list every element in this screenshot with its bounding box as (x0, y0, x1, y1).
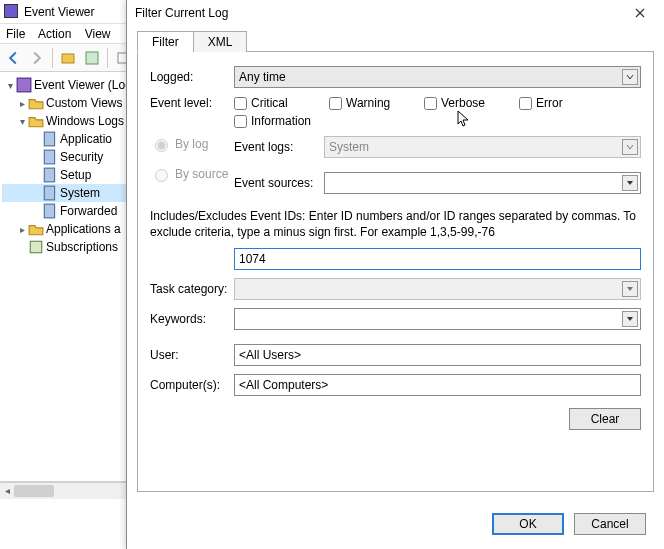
tree-root-label: Event Viewer (Loc (34, 78, 131, 92)
svg-rect-5 (44, 150, 54, 164)
log-icon (42, 131, 58, 147)
dialog-buttons: OK Cancel (492, 513, 646, 535)
event-ids-input[interactable] (234, 248, 641, 270)
tree-label: System (60, 186, 100, 200)
folder-icon (28, 95, 44, 111)
error-checkbox[interactable] (519, 97, 532, 110)
chevron-right-icon[interactable]: ▸ (16, 224, 28, 235)
scroll-left-icon[interactable]: ◂ (0, 483, 14, 499)
svg-rect-9 (30, 241, 41, 252)
verbose-checkbox[interactable] (424, 97, 437, 110)
app-icon (4, 4, 18, 18)
app-title-text: Event Viewer (24, 5, 94, 19)
keywords-combo[interactable] (234, 308, 641, 330)
keywords-label: Keywords: (150, 312, 234, 326)
event-level-label: Event level: (150, 96, 234, 110)
log-icon (42, 203, 58, 219)
svg-rect-1 (86, 52, 98, 64)
scroll-thumb[interactable] (14, 485, 54, 497)
tree-label: Security (60, 150, 103, 164)
event-sources-label: Event sources: (234, 176, 324, 190)
tree-label: Applications a (46, 222, 121, 236)
forward-button[interactable] (26, 47, 48, 69)
check-critical[interactable]: Critical (234, 96, 329, 110)
log-icon (42, 149, 58, 165)
svg-rect-6 (44, 168, 54, 182)
event-logs-label: Event logs: (234, 140, 324, 154)
svg-rect-0 (62, 54, 74, 63)
subscriptions-icon (28, 239, 44, 255)
logged-value: Any time (239, 70, 286, 84)
source-radios: By log By source (150, 136, 234, 182)
logged-combo[interactable]: Any time (234, 66, 641, 88)
check-information[interactable]: Information (234, 114, 354, 128)
chevron-down-icon (622, 281, 638, 297)
event-logs-combo: System (324, 136, 641, 158)
tree-label: Setup (60, 168, 91, 182)
log-icon (42, 167, 58, 183)
folder-icon (28, 221, 44, 237)
cancel-button[interactable]: Cancel (574, 513, 646, 535)
tree-label: Custom Views (46, 96, 122, 110)
chevron-down-icon[interactable]: ▾ (4, 80, 16, 91)
radio-by-log: By log (150, 136, 234, 152)
toolbar-btn-2[interactable] (81, 47, 103, 69)
menu-file[interactable]: File (6, 27, 25, 41)
chevron-down-icon (622, 175, 638, 191)
check-warning[interactable]: Warning (329, 96, 424, 110)
svg-rect-3 (17, 78, 31, 92)
check-verbose[interactable]: Verbose (424, 96, 519, 110)
chevron-down-icon (622, 139, 638, 155)
task-category-label: Task category: (150, 282, 234, 296)
filter-dialog: Filter Current Log Filter XML Logged: An… (126, 0, 664, 549)
tab-filter[interactable]: Filter (137, 31, 194, 52)
chevron-right-icon[interactable]: ▸ (16, 98, 28, 109)
svg-rect-7 (44, 186, 54, 200)
tree-label: Forwarded (60, 204, 117, 218)
filter-tabpane: Logged: Any time Event level: Critical W… (137, 52, 654, 492)
folder-icon (28, 113, 44, 129)
task-category-combo (234, 278, 641, 300)
close-button[interactable] (624, 3, 656, 23)
by-source-radio (155, 169, 168, 182)
warning-checkbox[interactable] (329, 97, 342, 110)
svg-rect-8 (44, 204, 54, 218)
event-logs-value: System (329, 140, 369, 154)
tabstrip: Filter XML (137, 30, 654, 52)
tab-xml[interactable]: XML (193, 31, 248, 52)
ok-button[interactable]: OK (492, 513, 564, 535)
user-label: User: (150, 348, 234, 362)
log-icon (42, 185, 58, 201)
dialog-title-text: Filter Current Log (135, 6, 624, 20)
check-error[interactable]: Error (519, 96, 614, 110)
menu-view[interactable]: View (85, 27, 111, 41)
eventviewer-icon (16, 77, 32, 93)
by-log-radio (155, 139, 168, 152)
radio-by-source: By source (150, 166, 234, 182)
computers-input[interactable] (234, 374, 641, 396)
tree-label: Subscriptions (46, 240, 118, 254)
tree-label: Applicatio (60, 132, 112, 146)
chevron-down-icon (622, 311, 638, 327)
chevron-down-icon[interactable]: ▾ (16, 116, 28, 127)
computers-label: Computer(s): (150, 378, 234, 392)
menu-action[interactable]: Action (38, 27, 71, 41)
event-sources-combo[interactable] (324, 172, 641, 194)
critical-checkbox[interactable] (234, 97, 247, 110)
close-icon (635, 8, 645, 18)
toolbar-btn-1[interactable] (57, 47, 79, 69)
logged-label: Logged: (150, 70, 234, 84)
information-checkbox[interactable] (234, 115, 247, 128)
user-input[interactable] (234, 344, 641, 366)
event-ids-hint: Includes/Excludes Event IDs: Enter ID nu… (150, 208, 641, 240)
tree-label: Windows Logs (46, 114, 124, 128)
clear-button[interactable]: Clear (569, 408, 641, 430)
dialog-titlebar: Filter Current Log (127, 0, 664, 26)
event-level-checks: Critical Warning Verbose Error Informati… (234, 96, 641, 128)
chevron-down-icon (622, 69, 638, 85)
back-button[interactable] (2, 47, 24, 69)
svg-rect-4 (44, 132, 54, 146)
